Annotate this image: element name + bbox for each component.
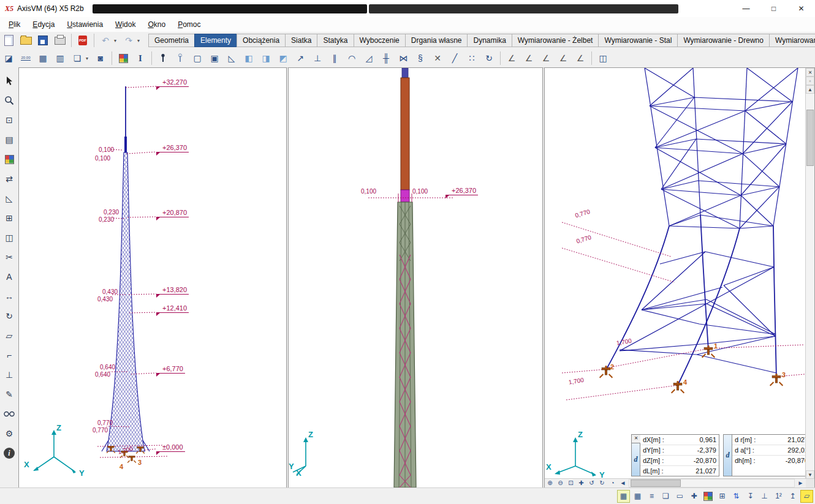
tower-lattice[interactable] (606, 68, 798, 385)
dimension-tool-button[interactable]: ↔ (1, 288, 17, 304)
hscroll-track[interactable] (629, 479, 795, 487)
draw-node-alt-button[interactable] (172, 50, 188, 66)
table-browser-button[interactable]: ▦ (35, 50, 51, 66)
tab-dynamika[interactable]: Dynamika (467, 34, 511, 47)
menu-pomoc[interactable]: Pomoc (172, 18, 207, 32)
dof-button[interactable]: ∷ (464, 50, 480, 66)
scroll-up-button[interactable]: ▲ (806, 85, 814, 94)
export-icon[interactable]: ↥ (786, 490, 799, 503)
info-button[interactable]: i (1, 445, 17, 461)
workplane-highlight-icon[interactable]: ▱ (800, 490, 813, 503)
perspective-view-icon[interactable]: ▦ (617, 490, 630, 503)
corner-tool-button[interactable]: ⌐ (1, 347, 17, 363)
line-support-button[interactable]: ∥ (327, 50, 343, 66)
zoom-button[interactable] (1, 92, 17, 108)
select-cursor-button[interactable] (1, 73, 17, 89)
support-symbols[interactable] (600, 345, 783, 393)
section-line-button[interactable]: ◺ (1, 190, 17, 206)
new-file-button[interactable] (1, 32, 17, 48)
workplane-button[interactable]: ▱ (1, 328, 17, 344)
tab-wymiarowanie-zelbet[interactable]: Wymiarowanie - Żelbet (512, 34, 599, 47)
layers-panel-icon[interactable]: ❏ (659, 490, 672, 503)
parts-button[interactable]: ⇄ (1, 171, 17, 187)
panel-restore-button[interactable]: ▫ (806, 77, 814, 85)
viewport-mast-top[interactable]: Z Y X 0,100 0,100 +26,370 (288, 67, 543, 488)
rigid-element-button[interactable]: ╫ (378, 50, 394, 66)
domain-button[interactable]: ▢ (189, 50, 205, 66)
undo-view-icon[interactable]: ↻ (597, 480, 607, 487)
eraser-button[interactable]: ◪ (1, 50, 17, 66)
tower-structure[interactable] (102, 86, 150, 451)
info-box-close-icon[interactable]: ✕ (632, 435, 640, 443)
cross-sections-button[interactable]: I (132, 50, 148, 66)
tab-obciazenia[interactable]: Obciążenia (237, 34, 285, 47)
open-file-button[interactable] (18, 32, 34, 48)
pan-icon[interactable]: ✚ (576, 480, 586, 487)
tab-siatka[interactable]: Siatka (285, 34, 317, 47)
pdf-export-button[interactable]: PDF (75, 32, 91, 48)
scroll-down-button[interactable]: ▼ (806, 470, 814, 479)
annotation-button[interactable]: A (1, 269, 17, 285)
membrane-element-button[interactable]: ◨ (258, 50, 274, 66)
zoom-fit-icon[interactable]: ⊡ (566, 480, 576, 487)
mast-structure[interactable] (394, 68, 416, 487)
undo-dropdown[interactable]: ▾ (114, 38, 120, 43)
viewport-front-full[interactable]: 4 3 Z X Y +32,270 +26,370 +20,870 +13,82… (18, 67, 287, 488)
menu-okno[interactable]: Okno (142, 18, 172, 32)
pencil-button[interactable]: ✎ (1, 386, 17, 402)
tab-statyka[interactable]: Statyka (317, 34, 353, 47)
iso-base-canvas[interactable]: 1 2 3 4 Z X Y (545, 68, 806, 479)
rotate-view-button[interactable]: ↻ (1, 308, 17, 324)
print-button[interactable] (52, 32, 68, 48)
report-maker-button[interactable]: ▥ (52, 50, 68, 66)
drawing-gallery-button[interactable]: ◙ (93, 50, 108, 66)
clipboard-button[interactable]: ▤ (1, 132, 17, 148)
menu-ustawienia[interactable]: Ustawienia (61, 18, 109, 32)
close-button[interactable]: ✕ (787, 1, 815, 17)
surface-support-button[interactable]: ◠ (344, 50, 360, 66)
truss-element-button[interactable]: ╱ (447, 50, 463, 66)
redo-dropdown[interactable]: ▾ (137, 38, 143, 43)
angle-tool-1-button[interactable]: ∠ (504, 50, 520, 66)
angle-tool-2-button[interactable]: ∠ (521, 50, 537, 66)
reference-arrow-button[interactable]: ↗ (292, 50, 308, 66)
display-options-icon[interactable]: ▭ (673, 490, 686, 503)
shell-element-button[interactable]: ◩ (275, 50, 291, 66)
tab-drgania-wlasne[interactable]: Drgania własne (405, 34, 468, 47)
plate-element-button[interactable]: ◧ (241, 50, 257, 66)
domain-hole-button[interactable]: ▣ (207, 50, 222, 66)
tab-wymiarowanie-drewno[interactable]: Wymiarowanie - Drewno (677, 34, 769, 47)
exponent-format-icon[interactable]: 1² (772, 490, 785, 503)
front-view-canvas[interactable]: 4 3 Z X Y (19, 68, 286, 487)
color-coding-button[interactable] (1, 151, 17, 167)
hscroll-thumb[interactable] (631, 480, 681, 487)
redo-view-icon[interactable]: ◔ (607, 480, 618, 487)
mast-top-canvas[interactable]: Z Y X (289, 68, 542, 487)
angle-tool-5-button[interactable]: ∠ (572, 50, 588, 66)
local-axes-button[interactable]: ⊥ (1, 367, 17, 383)
line-elements-button[interactable]: ◺ (224, 50, 240, 66)
layers-button[interactable]: ❏ (69, 50, 85, 66)
nodal-support-button[interactable]: ⊥ (309, 50, 325, 66)
maximize-button[interactable]: □ (760, 1, 787, 17)
mesh-toggle-icon[interactable]: ⊞ (716, 490, 729, 503)
delta-polar-mode-button[interactable]: d (724, 435, 732, 476)
pan-mode-icon[interactable]: ✚ (688, 490, 700, 503)
tab-elementy[interactable]: Elementy (194, 34, 237, 47)
undo-button[interactable]: ↶ (97, 32, 113, 48)
zoom-fit-button[interactable]: ⊡ (1, 112, 17, 128)
minimize-button[interactable]: — (732, 1, 760, 17)
materials-button[interactable] (115, 50, 131, 66)
rotate-view-icon[interactable]: ↺ (586, 480, 597, 487)
edge-hinge-button[interactable]: ◿ (361, 50, 377, 66)
cut-button[interactable]: ✂ (1, 249, 17, 265)
rotate-elements-button[interactable]: ↻ (481, 50, 497, 66)
color-palette-icon[interactable] (702, 490, 715, 503)
local-axes-icon[interactable]: ⊥ (758, 490, 771, 503)
dimension-style-button[interactable]: 20.00 (18, 50, 34, 66)
menu-plik[interactable]: Plik (2, 18, 26, 32)
link-element-button[interactable]: ⋈ (395, 50, 411, 66)
vertical-scrollbar[interactable]: ✕ ▫ ▲ ▼ (805, 68, 814, 479)
scroll-left-button[interactable]: ◄ (618, 480, 628, 487)
select-region-button[interactable]: ◫ (1, 230, 17, 246)
